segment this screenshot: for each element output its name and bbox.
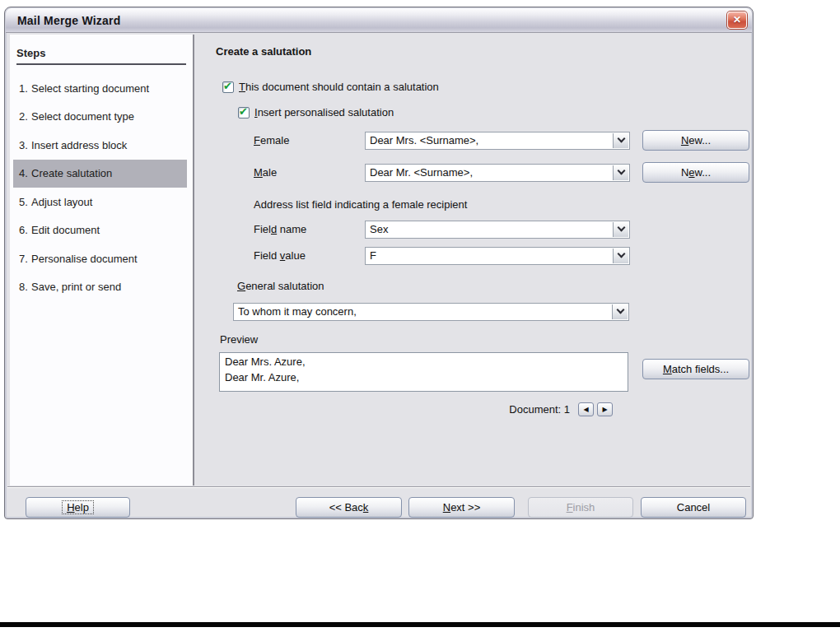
- next-button[interactable]: Next >>: [408, 497, 515, 518]
- contain-salutation-label[interactable]: This document should contain a salutatio…: [239, 81, 439, 93]
- sidebar-item-save-print-send[interactable]: 8. Save, print or send: [13, 273, 187, 302]
- close-icon[interactable]: ✕: [727, 12, 747, 29]
- cancel-button[interactable]: Cancel: [641, 497, 746, 518]
- sidebar-item-create-salutation[interactable]: 4. Create salutation: [13, 160, 187, 188]
- chevron-down-icon[interactable]: [613, 133, 628, 148]
- steps-header: Steps: [16, 47, 186, 65]
- steps-list: 1. Select starting document 2. Select do…: [13, 74, 187, 301]
- field-value-row: Field value F: [254, 246, 630, 265]
- step-label: Select starting document: [31, 82, 149, 95]
- step-label: Adjust layout: [31, 196, 92, 208]
- new-female-button-label: New...: [681, 134, 711, 146]
- next-button-label: Next >>: [443, 501, 481, 514]
- finish-button: Finish: [528, 497, 633, 518]
- page-title: Create a salutation: [216, 45, 311, 58]
- contain-salutation-checkbox[interactable]: ✔: [222, 81, 234, 93]
- match-fields-button[interactable]: Match fields...: [642, 359, 749, 379]
- steps-sidebar: Steps 1. Select starting document 2. Sel…: [10, 35, 194, 486]
- general-salutation-value[interactable]: To whom it may concern,: [234, 304, 611, 320]
- step-label: Select document type: [31, 110, 134, 123]
- step-label: Save, print or send: [31, 281, 121, 293]
- personalised-salutation-checkbox[interactable]: ✔: [238, 107, 250, 118]
- new-male-button-label: New...: [681, 166, 711, 179]
- female-row: Female Dear Mrs. <Surname>,: [254, 131, 630, 150]
- step-label: Personalise document: [31, 253, 138, 265]
- sidebar-item-select-starting-document[interactable]: 1. Select starting document: [13, 74, 187, 103]
- field-name-row: Field name Sex: [254, 220, 630, 239]
- help-button-label: Help: [62, 500, 94, 514]
- contain-salutation-row: ✔ This document should contain a salutat…: [222, 81, 439, 93]
- male-label: Male: [254, 166, 365, 179]
- step-number: 6.: [13, 224, 31, 236]
- male-row: Male Dear Mr. <Surname>,: [254, 163, 630, 182]
- help-button[interactable]: Help: [26, 497, 130, 518]
- page-bottom-rule: [0, 622, 840, 627]
- general-salutation-label: General salutation: [237, 280, 324, 292]
- sidebar-item-adjust-layout[interactable]: 5. Adjust layout: [13, 188, 187, 216]
- chevron-down-icon[interactable]: [613, 165, 628, 180]
- window-title: Mail Merge Wizard: [17, 8, 120, 33]
- step-label: Insert address block: [31, 139, 127, 151]
- general-salutation-row: To whom it may concern,: [233, 302, 629, 321]
- sidebar-item-insert-address-block[interactable]: 3. Insert address block: [13, 131, 187, 160]
- field-name-value[interactable]: Sex: [366, 221, 612, 238]
- step-label: Create salutation: [31, 167, 112, 179]
- general-salutation-select[interactable]: To whom it may concern,: [233, 303, 629, 321]
- document-counter: Document: 1: [509, 403, 570, 416]
- field-name-label: Field name: [254, 223, 365, 235]
- preview-label: Preview: [220, 333, 258, 346]
- field-value-select[interactable]: F: [365, 247, 630, 265]
- preview-box: Dear Mrs. Azure, Dear Mr. Azure,: [219, 352, 628, 392]
- male-salutation-value[interactable]: Dear Mr. <Surname>,: [366, 165, 612, 181]
- cancel-button-label: Cancel: [677, 501, 710, 514]
- step-number: 4.: [13, 167, 31, 179]
- title-bar: Mail Merge Wizard ✕: [6, 8, 752, 33]
- step-number: 8.: [13, 281, 31, 293]
- check-icon: ✔: [239, 105, 248, 118]
- preview-line: Dear Mrs. Azure,: [225, 355, 623, 370]
- personalised-salutation-row: ✔ Insert personalised salutation: [238, 106, 394, 118]
- female-salutation-value[interactable]: Dear Mrs. <Surname>,: [366, 132, 612, 149]
- arrow-right-icon: ▶: [602, 406, 607, 413]
- female-salutation-select[interactable]: Dear Mrs. <Surname>,: [365, 132, 630, 150]
- step-number: 7.: [13, 253, 31, 265]
- mail-merge-wizard-dialog: Mail Merge Wizard ✕ Steps 1. Select star…: [4, 7, 754, 519]
- field-value-label: Field value: [254, 249, 365, 262]
- document-navigator: Document: 1 ◀ ▶: [196, 402, 613, 416]
- step-number: 1.: [13, 82, 31, 95]
- match-fields-button-label: Match fields...: [663, 363, 729, 375]
- back-button[interactable]: << Back: [296, 497, 402, 518]
- personalised-salutation-label[interactable]: Insert personalised salutation: [254, 106, 394, 118]
- create-salutation-panel: Create a salutation ✔ This document shou…: [196, 35, 750, 486]
- female-label: Female: [254, 134, 365, 146]
- new-female-button[interactable]: New...: [642, 130, 749, 151]
- chevron-down-icon[interactable]: [612, 304, 628, 319]
- sidebar-item-edit-document[interactable]: 6. Edit document: [13, 216, 187, 245]
- step-number: 5.: [13, 196, 31, 208]
- preview-line: Dear Mr. Azure,: [225, 370, 623, 386]
- finish-button-label: Finish: [567, 501, 595, 514]
- field-value-value[interactable]: F: [366, 248, 612, 264]
- check-icon: ✔: [223, 80, 232, 92]
- sidebar-item-select-document-type[interactable]: 2. Select document type: [13, 103, 187, 132]
- male-salutation-select[interactable]: Dear Mr. <Surname>,: [365, 164, 630, 182]
- step-label: Edit document: [31, 224, 100, 236]
- step-number: 2.: [13, 110, 31, 123]
- next-document-button[interactable]: ▶: [597, 402, 613, 416]
- back-button-label: << Back: [329, 501, 369, 514]
- step-number: 3.: [13, 139, 31, 151]
- sidebar-item-personalise-document[interactable]: 7. Personalise document: [13, 244, 187, 273]
- previous-document-button[interactable]: ◀: [578, 402, 594, 416]
- footer-divider: [7, 486, 750, 488]
- new-male-button[interactable]: New...: [642, 162, 749, 183]
- address-list-note: Address list field indicating a female r…: [254, 198, 467, 211]
- field-name-select[interactable]: Sex: [365, 221, 630, 239]
- arrow-left-icon: ◀: [583, 406, 588, 413]
- chevron-down-icon[interactable]: [613, 222, 628, 237]
- chevron-down-icon[interactable]: [613, 249, 628, 263]
